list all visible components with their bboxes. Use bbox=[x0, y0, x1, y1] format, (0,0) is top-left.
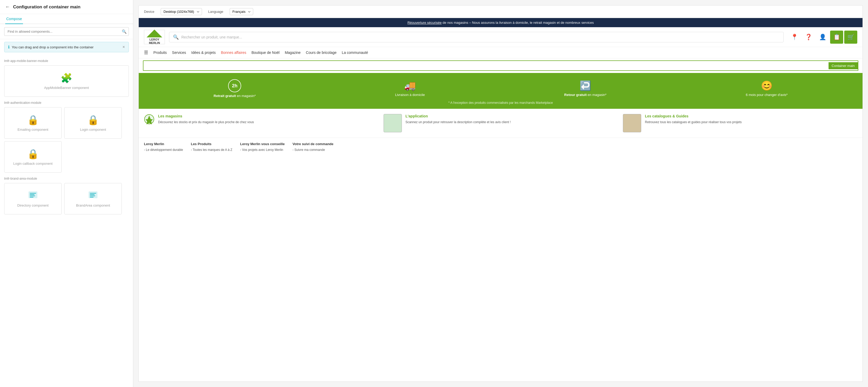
component-card-directory[interactable]: Directory component bbox=[4, 183, 62, 214]
device-bar: Device Desktop (1024x768) Tablet Mobile … bbox=[138, 5, 863, 18]
search-button[interactable]: 🔍 bbox=[122, 29, 127, 34]
left-panel: ← Configuration of container main Compos… bbox=[0, 0, 133, 387]
lock-icon-emailing: 🔒 bbox=[27, 115, 39, 125]
search-row: 🔍 bbox=[0, 24, 133, 39]
info-card-catalogues: Les catalogues & Guides Retrouvez tous l… bbox=[623, 114, 857, 132]
tab-compose[interactable]: Compose bbox=[5, 14, 23, 24]
search-bar-preview[interactable]: 🔍 Rechercher un produit, une marque... bbox=[169, 32, 784, 42]
info-card-desc-magasins: Découvrez les stocks et prix du magasin … bbox=[158, 120, 254, 124]
tabs-row: Compose bbox=[0, 14, 133, 24]
footer-col-title-1: Les Produits bbox=[191, 142, 232, 146]
footer-col-1: Les Produits Toutes les marques de A à Z bbox=[191, 142, 232, 153]
component-name-emailing: Emailing component bbox=[18, 128, 48, 131]
green-banner-text-2: Retour gratuit en magasin* bbox=[564, 93, 607, 97]
dir-icon-directory bbox=[28, 190, 38, 201]
footer-link-0-0[interactable]: Le développement durable bbox=[144, 148, 183, 152]
green-banner-note: * A l'exception des produits commerciali… bbox=[144, 101, 857, 105]
info-card-title-application: L'application bbox=[405, 114, 511, 118]
svg-rect-8 bbox=[90, 196, 95, 196]
svg-rect-4 bbox=[30, 197, 33, 198]
info-card-title-catalogues: Les catalogues & Guides bbox=[645, 114, 742, 118]
menu-item-magazine[interactable]: Magazine bbox=[285, 51, 301, 55]
logo-text: LEROYMERLIN bbox=[149, 38, 160, 44]
component-name-directory: Directory component bbox=[17, 203, 49, 207]
info-banner: ℹ You can drag and drop a component into… bbox=[4, 42, 129, 52]
component-card-login[interactable]: 🔒 Login component bbox=[64, 107, 122, 139]
info-card-magasins: Les magasins Découvrez les stocks et pri… bbox=[144, 114, 378, 129]
footer-col-title-3: Votre suivi de commande bbox=[292, 142, 334, 146]
svg-rect-9 bbox=[90, 197, 94, 198]
info-banner-text: You can drag and drop a component into t… bbox=[12, 45, 94, 49]
hamburger-icon[interactable]: ☰ bbox=[144, 50, 148, 55]
component-name-brandarea: BrandArea component bbox=[76, 203, 110, 207]
component-name-appmobilebanner: AppMobileBanner component bbox=[44, 86, 89, 90]
svg-rect-2 bbox=[30, 194, 34, 195]
nav-icon-cart[interactable]: 🛒 bbox=[844, 31, 857, 44]
green-banner-item-2: ↩️ Retour gratuit en magasin* bbox=[564, 80, 607, 97]
component-card-appmobilebanner[interactable]: 🧩 AppMobileBanner component bbox=[4, 65, 129, 97]
announcement-text: de nos magasins – Nous assurons la livra… bbox=[443, 21, 594, 25]
nav-icon-account[interactable]: 👤 bbox=[816, 31, 829, 44]
menu-item-communaute[interactable]: La communauté bbox=[342, 51, 368, 55]
container-main-bar: Container main bbox=[143, 60, 858, 71]
footer-col-3: Votre suivi de commande Suivre ma comman… bbox=[292, 142, 334, 153]
device-label: Device bbox=[144, 10, 154, 13]
green-banner-item-3: 😊 6 mois pour changer d'avis* bbox=[746, 80, 787, 97]
footer-link-2-0[interactable]: Vos projets avec Leroy Merlin bbox=[240, 148, 285, 152]
logo: LEROYMERLIN bbox=[144, 30, 165, 44]
component-card-brandarea[interactable]: BrandArea component bbox=[64, 183, 122, 214]
return-icon: ↩️ bbox=[580, 80, 591, 91]
container-main-label: Container main bbox=[829, 62, 858, 69]
footer-links: Leroy Merlin Le développement durable Le… bbox=[139, 138, 863, 157]
panel-header: ← Configuration of container main bbox=[0, 0, 133, 14]
info-card-title-magasins: Les magasins bbox=[158, 114, 254, 118]
svg-rect-3 bbox=[30, 196, 35, 196]
component-name-logincallback: Login callback component bbox=[13, 161, 53, 166]
info-close-button[interactable]: × bbox=[123, 45, 125, 50]
nav-icons: 📍 ❓ 👤 📋 🛒 bbox=[788, 31, 857, 44]
language-select[interactable]: Français English bbox=[230, 8, 253, 15]
green-banner-text-0: Retrait gratuit en magasin* bbox=[214, 94, 256, 98]
menu-item-idees[interactable]: Idées & projets bbox=[191, 51, 216, 55]
preview-menu: ☰ Produits Services Idées & projets Bonn… bbox=[139, 47, 863, 58]
menu-item-bonnes-affaires[interactable]: Bonnes affaires bbox=[221, 51, 246, 55]
menu-item-boutique[interactable]: Boutique de Noël bbox=[251, 51, 279, 55]
info-cards: Les magasins Découvrez les stocks et pri… bbox=[139, 109, 863, 138]
panel-title: Configuration of container main bbox=[13, 4, 81, 10]
menu-item-produits[interactable]: Produits bbox=[153, 51, 167, 55]
info-card-content-application: L'application Scannez un produit pour re… bbox=[405, 114, 511, 124]
component-card-logincallback[interactable]: 🔒 Login callback component bbox=[4, 141, 62, 173]
dir-icon-brandarea bbox=[88, 190, 98, 201]
back-button[interactable]: ← bbox=[5, 4, 10, 10]
nav-icon-list[interactable]: 📋 bbox=[830, 31, 843, 44]
svg-rect-6 bbox=[90, 193, 96, 194]
right-panel: Device Desktop (1024x768) Tablet Mobile … bbox=[133, 0, 868, 387]
module-label-3: lmfr-brand-area-module bbox=[4, 177, 129, 180]
footer-col-title-0: Leroy Merlin bbox=[144, 142, 183, 146]
info-card-content-magasins: Les magasins Découvrez les stocks et pri… bbox=[158, 114, 254, 124]
green-banner-text-3: 6 mois pour changer d'avis* bbox=[746, 93, 787, 97]
menu-item-bricolage[interactable]: Cours de bricolage bbox=[306, 51, 337, 55]
search-input[interactable] bbox=[4, 27, 129, 36]
info-card-img-application bbox=[383, 114, 402, 132]
footer-link-1-0[interactable]: Toutes les marques de A à Z bbox=[191, 148, 232, 152]
footer-col-title-2: Leroy Merlin vous conseille bbox=[240, 142, 285, 146]
green-banner-items: 2h Retrait gratuit en magasin* 🚚 Livrais… bbox=[144, 79, 857, 98]
green-banner: 2h Retrait gratuit en magasin* 🚚 Livrais… bbox=[139, 73, 863, 109]
info-card-desc-catalogues: Retrouvez tous les catalogues et guides … bbox=[645, 120, 742, 124]
green-banner-item-0: 2h Retrait gratuit en magasin* bbox=[214, 79, 256, 98]
module-3-grid: Directory component BrandArea component bbox=[4, 183, 129, 214]
search-preview-placeholder: Rechercher un produit, une marque... bbox=[181, 35, 242, 39]
nav-icon-help[interactable]: ❓ bbox=[802, 31, 815, 44]
module-label-1: lmfr-app-mobile-banner-module bbox=[4, 59, 129, 63]
module-1-grid: 🧩 AppMobileBanner component bbox=[4, 65, 129, 97]
device-select[interactable]: Desktop (1024x768) Tablet Mobile bbox=[161, 8, 202, 15]
announcement-link[interactable]: Réouverture sécurisée bbox=[407, 21, 441, 25]
footer-link-3-0[interactable]: Suivre ma commande bbox=[292, 148, 334, 152]
green-banner-text-1: Livraison à domicile bbox=[395, 93, 425, 97]
preview-wrapper: Réouverture sécurisée de nos magasins – … bbox=[138, 18, 863, 382]
nav-icon-location[interactable]: 📍 bbox=[788, 31, 801, 44]
menu-item-services[interactable]: Services bbox=[172, 51, 186, 55]
component-card-emailing[interactable]: 🔒 Emailing component bbox=[4, 107, 62, 139]
components-scroll: lmfr-app-mobile-banner-module 🧩 AppMobil… bbox=[0, 55, 133, 387]
